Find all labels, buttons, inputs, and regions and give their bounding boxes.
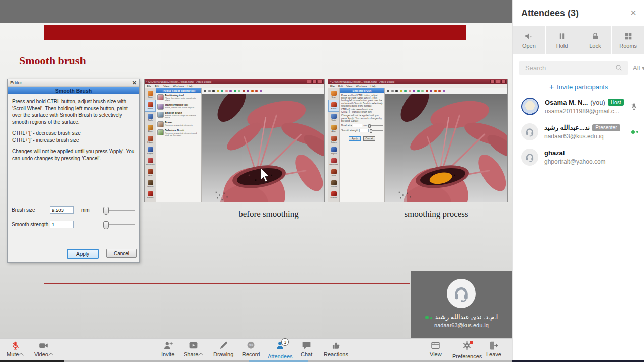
participant-email: osama20111989@gmail.c...: [545, 108, 627, 115]
presenter-audio-indicator: [425, 313, 433, 321]
mini-shortcuts: CTRL+'[' - decrease brush sizeCTRL+']' -…: [341, 108, 383, 113]
hold-button[interactable]: Hold: [546, 26, 579, 54]
rail-edges[interactable]: Edges: [329, 134, 339, 145]
participant-name: Osama M. N...: [545, 99, 588, 106]
invite-participants-link[interactable]: + Invite participants: [513, 78, 644, 94]
menu-edit[interactable]: Edit: [338, 85, 343, 88]
rail-multi[interactable]: Multi: [329, 167, 339, 178]
rail-tools[interactable]: Tools: [329, 112, 339, 123]
presenter-video-tile[interactable]: ا.م.د. ندى عبدالله رشيد nadaar63@kus.edu…: [411, 271, 512, 338]
artec-window-process: * C:\Users\Nada\Desktop\...\nada.sproj -…: [328, 79, 508, 202]
tool-transformation[interactable]: Transformation toolMove, rotate and scal…: [156, 103, 201, 111]
artec-window-buttons: [307, 80, 323, 83]
apply-button[interactable]: Apply: [67, 249, 99, 259]
smooth-strength-slider[interactable]: [103, 221, 135, 228]
participant-avatar-logo: [521, 98, 539, 115]
tool-defeature-brush[interactable]: Defeature BrushRemove unwanted elements …: [156, 128, 201, 138]
menu-view[interactable]: View: [346, 85, 352, 88]
mute-button[interactable]: Mute: [7, 340, 24, 357]
rail-scan[interactable]: Scan: [145, 89, 155, 100]
search-input[interactable]: [524, 64, 615, 73]
menu-help[interactable]: Help: [371, 85, 376, 88]
leave-button[interactable]: Leave: [486, 340, 501, 357]
smooth-strength-row: Smooth strength: [12, 221, 135, 228]
rail-publish[interactable]: Publish: [329, 189, 339, 200]
invite-button[interactable]: Invite: [161, 340, 174, 357]
rail-texture[interactable]: Texture: [145, 178, 155, 189]
brush-size-input[interactable]: [50, 206, 74, 214]
menu-windows[interactable]: Windows: [173, 85, 184, 88]
search-icon: [615, 64, 623, 72]
chat-button[interactable]: Chat: [301, 340, 312, 357]
brush-size-slider[interactable]: [103, 207, 135, 214]
artec-window-before: * C:\Users\Nada\Desktop\...\nada.sproj -…: [144, 79, 325, 202]
dialog-close-icon[interactable]: ✕: [132, 81, 137, 85]
mini-cancel-button[interactable]: Cancel: [363, 136, 375, 141]
menu-file[interactable]: File: [330, 85, 335, 88]
rail-publish[interactable]: Publish: [145, 189, 155, 200]
menu-view[interactable]: View: [163, 85, 169, 88]
mute-expand-chevron[interactable]: [19, 352, 24, 357]
rail-editor[interactable]: Editor: [328, 100, 339, 112]
participant-row-osama[interactable]: Osama M. N... (you) Host osama20111989@g…: [513, 94, 644, 119]
tool-eraser[interactable]: EraserRemove unwanted elements: [156, 120, 201, 128]
rail-texture[interactable]: Texture: [329, 178, 339, 189]
participant-name: ghazal: [544, 149, 565, 157]
rail-editor[interactable]: Editor: [145, 100, 156, 112]
share-button[interactable]: Share: [184, 340, 203, 357]
rail-repair[interactable]: Repair: [145, 145, 155, 156]
view-layout-icon: [430, 340, 441, 351]
mini-smooth-strength-row[interactable]: Smooth strength: [341, 129, 383, 132]
video-button[interactable]: Video: [34, 340, 53, 357]
video-expand-chevron[interactable]: [48, 352, 53, 357]
viewport-process[interactable]: [385, 88, 507, 202]
participant-row-nada[interactable]: ند...عبدالله رشيد Presenter nadaar63@kus…: [513, 119, 644, 144]
share-expand-chevron[interactable]: [198, 352, 203, 357]
attendees-panel: Attendees (3) × Open Hold Lock: [512, 0, 644, 362]
rail-measures[interactable]: Measures: [145, 156, 155, 167]
menu-file[interactable]: File: [147, 85, 151, 88]
participant-email: nadaar63@kus.edu.iq: [544, 133, 628, 140]
reactions-button[interactable]: Reactions: [324, 340, 348, 357]
mini-instructions: Press and hold CTRL button, adjust brush…: [341, 94, 383, 107]
menu-edit[interactable]: Edit: [155, 85, 159, 88]
open-audio-button[interactable]: Open: [513, 26, 545, 54]
rail-align[interactable]: Align: [145, 123, 155, 134]
dialog-titlebar[interactable]: Editor ✕: [8, 79, 139, 87]
rail-measures[interactable]: Measures: [329, 156, 339, 167]
tool-positioning[interactable]: Positioning toolPlace the object onto co…: [156, 93, 201, 103]
filter-dropdown[interactable]: All ▾: [633, 64, 644, 72]
smooth-strength-input[interactable]: [50, 221, 74, 228]
rail-edges[interactable]: Edges: [145, 134, 155, 145]
mini-apply-button[interactable]: Apply: [349, 136, 361, 141]
menu-help[interactable]: Help: [188, 85, 193, 88]
cancel-button[interactable]: Cancel: [106, 249, 137, 258]
mini-brush-size-row[interactable]: Brush size mm: [341, 124, 383, 127]
attendees-action-bar: Open Hold Lock Rooms: [513, 26, 644, 54]
brush-size-unit: mm: [81, 207, 94, 213]
participant-search-field[interactable]: [519, 61, 628, 75]
view-button[interactable]: View: [430, 340, 442, 357]
share-screen-icon: [188, 340, 199, 351]
rail-scan[interactable]: Scan: [329, 89, 339, 100]
tool-smooth-brush[interactable]: Smooth BrushSoften surface shape or remo…: [156, 111, 201, 120]
rooms-button[interactable]: Rooms: [612, 26, 644, 54]
close-panel-icon[interactable]: ×: [630, 8, 636, 17]
plant-model-process: [385, 88, 507, 202]
menu-windows[interactable]: Windows: [356, 85, 367, 88]
rail-repair[interactable]: Repair: [329, 145, 339, 156]
attendees-button[interactable]: 3 Attendees: [268, 340, 293, 359]
rail-multi[interactable]: Multi: [145, 167, 155, 178]
participant-row-ghazal[interactable]: ghazal ghportrait@yahoo.com: [513, 144, 644, 170]
rail-align[interactable]: Align: [329, 123, 339, 134]
viewport-before[interactable]: [202, 88, 324, 202]
rail-tools[interactable]: Tools: [145, 112, 155, 123]
invite-person-icon: [163, 340, 173, 351]
record-button[interactable]: REC Record: [242, 340, 260, 357]
preferences-button[interactable]: Preferences: [452, 340, 482, 359]
artec-titlebar: * C:\Users\Nada\Desktop\...\nada.sproj -…: [328, 79, 507, 84]
participant-mic-muted-icon[interactable]: [630, 102, 638, 111]
speaker-icon: [524, 31, 534, 41]
drawing-button[interactable]: Drawing: [213, 340, 233, 357]
lock-button[interactable]: Lock: [579, 26, 612, 54]
